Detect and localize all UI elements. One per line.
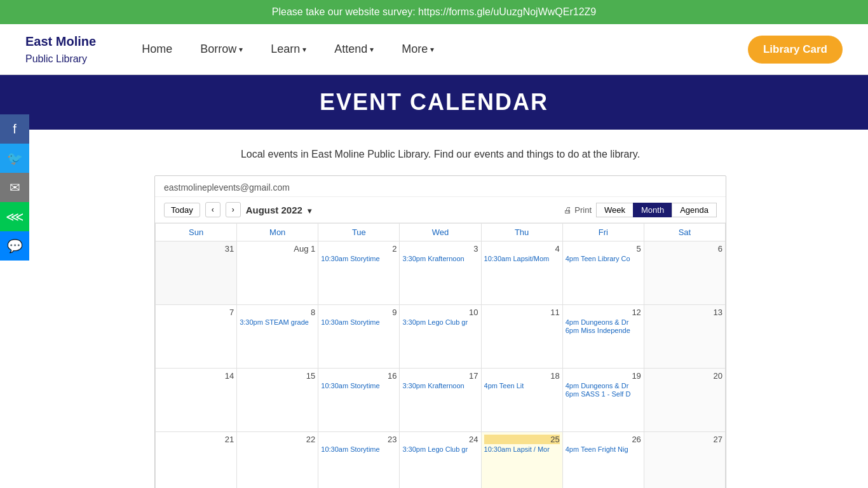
calendar-event[interactable]: 10:30am Storytime	[321, 255, 397, 262]
day-number: 5	[566, 244, 641, 254]
table-row: 33:30pm Krafternoon	[400, 241, 481, 305]
table-row: 2310:30am Storytime	[318, 432, 400, 489]
calendar-event[interactable]: 10:30am Storytime	[321, 445, 397, 453]
facebook-icon: f	[13, 122, 17, 137]
email-button[interactable]: ✉	[0, 173, 29, 202]
email-icon: ✉	[10, 180, 20, 195]
cal-day-header-thu: Thu	[481, 224, 562, 241]
banner-text: Please take our website survey: https://…	[272, 6, 596, 17]
calendar-event[interactable]: 3:30pm Krafternoon	[402, 255, 478, 262]
logo-line1: East Moline	[25, 34, 96, 48]
day-number: 8	[240, 308, 315, 317]
agenda-view-button[interactable]: Agenda	[672, 203, 717, 217]
twitter-icon: 🐦	[7, 151, 23, 166]
month-dropdown-arrow[interactable]: ▾	[308, 207, 311, 215]
prev-icon: ‹	[212, 205, 214, 214]
nav-attend[interactable]: Attend ▾	[327, 37, 381, 61]
calendar-event[interactable]: 10:30am Storytime	[321, 318, 397, 326]
social-sidebar: f 🐦 ✉ ⋘ 💬	[0, 114, 29, 261]
table-row: 184pm Teen Lit	[481, 369, 562, 432]
day-number: 21	[158, 435, 234, 444]
table-row: 910:30am Storytime	[318, 305, 400, 369]
page-title: EVENT CALENDAR	[0, 75, 868, 130]
table-row: 6	[644, 241, 725, 305]
next-icon: ›	[232, 205, 234, 214]
day-number: 17	[402, 371, 478, 381]
week-view-button[interactable]: Week	[596, 203, 634, 217]
cal-day-header-sun: Sun	[156, 224, 237, 241]
day-number: 18	[484, 371, 560, 381]
day-number: 11	[484, 308, 560, 317]
table-row: 31	[156, 241, 237, 305]
table-row: 54pm Teen Library Co	[562, 241, 644, 305]
share-icon: ⋘	[6, 209, 24, 224]
navbar: East Moline Public Library Home Borrow ▾…	[0, 24, 868, 75]
view-options: Week Month Agenda	[597, 203, 717, 217]
day-number: 25	[484, 435, 560, 444]
month-view-button[interactable]: Month	[633, 203, 672, 217]
prev-month-button[interactable]: ‹	[205, 202, 220, 217]
table-row: 124pm Dungeons & Dr6pm Miss Independe	[562, 305, 644, 369]
calendar-event[interactable]: 4pm Dungeons & Dr	[566, 382, 641, 390]
nav-learn[interactable]: Learn ▾	[263, 37, 314, 61]
calendar-event[interactable]: 10:30am Lapsit / Mor	[484, 445, 560, 453]
day-number: 31	[158, 244, 234, 254]
learn-dropdown-arrow: ▾	[302, 45, 306, 54]
calendar-event[interactable]: 3:30pm Lego Club gr	[402, 445, 478, 453]
calendar-event[interactable]: 4pm Teen Fright Nig	[566, 445, 641, 453]
print-button[interactable]: 🖨 Print	[564, 205, 592, 215]
calendar-grid: SunMonTueWedThuFriSat 31Aug 1210:30am St…	[155, 223, 726, 488]
calendar-event[interactable]: 4pm Dungeons & Dr	[566, 318, 641, 326]
table-row: 20	[644, 369, 725, 432]
calendar-event[interactable]: 3:30pm Krafternoon	[402, 382, 478, 390]
day-number: 13	[647, 308, 722, 317]
calendar-event[interactable]: 10:30am Storytime	[321, 382, 397, 390]
messenger-button[interactable]: 💬	[0, 231, 29, 261]
table-row: 264pm Teen Fright Nig	[562, 432, 644, 489]
calendar-event[interactable]: 3:30pm STEAM grade	[240, 318, 315, 326]
day-number: 23	[321, 435, 397, 444]
day-number: 27	[647, 435, 722, 444]
calendar-event[interactable]: 4pm Teen Lit	[484, 382, 560, 390]
cal-day-header-tue: Tue	[318, 224, 400, 241]
calendar-email: eastmolineplevents@gmail.com	[155, 176, 726, 197]
calendar-embed: eastmolineplevents@gmail.com Today ‹ › A…	[154, 175, 726, 488]
table-row: 13	[644, 305, 725, 369]
attend-dropdown-arrow: ▾	[370, 45, 374, 54]
library-card-button[interactable]: Library Card	[748, 36, 843, 64]
calendar-controls: Today ‹ › August 2022 ▾ 🖨 Print Week Mon…	[155, 197, 726, 223]
table-row: 7	[156, 305, 237, 369]
table-row: 1610:30am Storytime	[318, 369, 400, 432]
day-number: 16	[321, 371, 397, 381]
top-banner: Please take our website survey: https://…	[0, 0, 868, 24]
borrow-dropdown-arrow: ▾	[239, 45, 243, 54]
table-row: 11	[481, 305, 562, 369]
table-row: 22	[237, 432, 318, 489]
table-row: 210:30am Storytime	[318, 241, 400, 305]
logo: East Moline Public Library	[25, 33, 96, 66]
twitter-button[interactable]: 🐦	[0, 144, 29, 173]
table-row: 410:30am Lapsit/Mom	[481, 241, 562, 305]
calendar-event[interactable]: 10:30am Lapsit/Mom	[484, 255, 560, 262]
table-row: 27	[644, 432, 725, 489]
main-content: Local events in East Moline Public Libra…	[0, 130, 868, 488]
facebook-button[interactable]: f	[0, 114, 29, 144]
day-number: 20	[647, 371, 722, 381]
day-number: 7	[158, 308, 234, 317]
next-month-button[interactable]: ›	[226, 202, 241, 217]
share-button[interactable]: ⋘	[0, 202, 29, 231]
more-dropdown-arrow: ▾	[430, 45, 434, 54]
day-number: 3	[402, 244, 478, 254]
nav-borrow[interactable]: Borrow ▾	[193, 37, 250, 61]
nav-home[interactable]: Home	[134, 37, 180, 61]
logo-text: East Moline Public Library	[25, 33, 96, 66]
calendar-event[interactable]: 6pm SASS 1 - Self D	[566, 390, 641, 398]
table-row: 2510:30am Lapsit / Mor	[481, 432, 562, 489]
nav-more[interactable]: More ▾	[394, 37, 442, 61]
calendar-event[interactable]: 4pm Teen Library Co	[566, 255, 641, 262]
nav-links: Home Borrow ▾ Learn ▾ Attend ▾ More ▾	[134, 37, 748, 61]
today-button[interactable]: Today	[164, 203, 200, 217]
cal-day-header-fri: Fri	[562, 224, 644, 241]
calendar-event[interactable]: 3:30pm Lego Club gr	[402, 318, 478, 326]
calendar-event[interactable]: 6pm Miss Independe	[566, 327, 641, 334]
